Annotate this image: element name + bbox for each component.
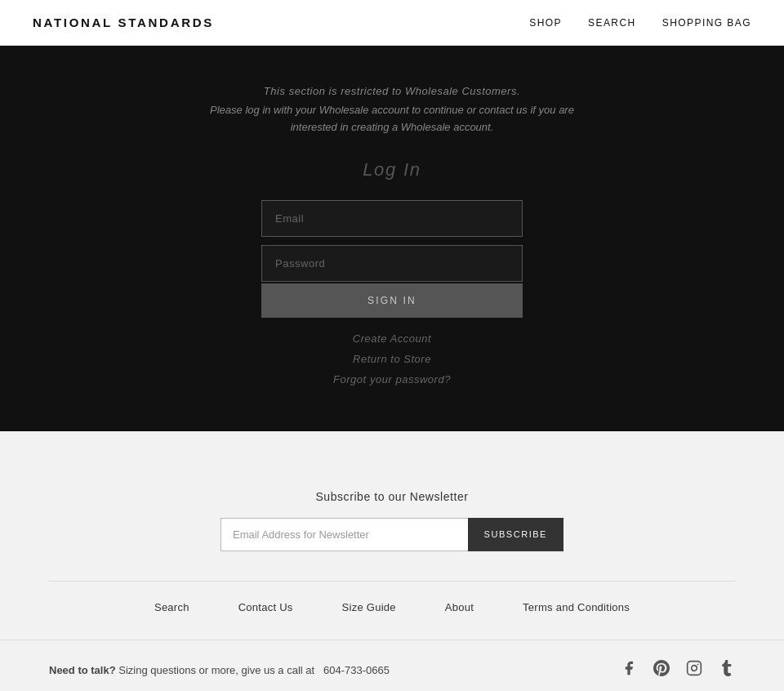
login-form <box>261 200 523 282</box>
newsletter-section: Subscribe to our Newsletter SUBSCRIBE <box>49 464 735 581</box>
form-links: Create Account Return to Store Forgot yo… <box>333 332 451 386</box>
instagram-icon[interactable] <box>686 660 702 680</box>
footer-about-link[interactable]: About <box>445 601 474 613</box>
svg-rect-0 <box>688 661 702 675</box>
nav-shopping-bag[interactable]: SHOPPING BAG <box>662 17 751 29</box>
sign-in-button[interactable]: SIGN IN <box>261 283 523 318</box>
create-account-link[interactable]: Create Account <box>353 332 431 345</box>
header: NATIONAL STANDARDS SHOP SEARCH SHOPPING … <box>0 0 784 46</box>
footer-bottom: Need to talk? Sizing questions or more, … <box>0 640 784 691</box>
footer-contact-link[interactable]: Contact Us <box>238 601 293 613</box>
sizing-text: Sizing questions or more, give us a call… <box>118 664 314 676</box>
footer-size-guide-link[interactable]: Size Guide <box>342 601 396 613</box>
newsletter-email-input[interactable] <box>220 518 468 551</box>
need-to-talk-label: Need to talk? <box>49 664 116 676</box>
subscribe-button[interactable]: SUBSCRIBE <box>468 518 564 551</box>
footer-terms-link[interactable]: Terms and Conditions <box>523 601 630 613</box>
facebook-icon[interactable] <box>621 660 637 680</box>
login-section: This section is restricted to Wholesale … <box>0 46 784 431</box>
nav-shop[interactable]: SHOP <box>529 17 562 29</box>
nav-search[interactable]: SEARCH <box>588 17 636 29</box>
wholesale-desc: Please log in with your Wholesale accoun… <box>196 102 588 136</box>
return-to-store-link[interactable]: Return to Store <box>353 353 431 365</box>
phone-number: 604-733-0665 <box>323 664 390 676</box>
footer-contact-text: Need to talk? Sizing questions or more, … <box>49 664 390 676</box>
forgot-password-link[interactable]: Forgot your password? <box>333 373 451 386</box>
site-logo[interactable]: NATIONAL STANDARDS <box>33 16 214 29</box>
password-field[interactable] <box>261 245 523 282</box>
login-title: Log In <box>363 159 421 181</box>
footer-light: Subscribe to our Newsletter SUBSCRIBE Se… <box>0 431 784 640</box>
pinterest-icon[interactable] <box>653 660 670 680</box>
email-field[interactable] <box>261 200 523 237</box>
header-nav: SHOP SEARCH SHOPPING BAG <box>529 17 751 29</box>
footer-search-link[interactable]: Search <box>154 601 189 613</box>
wholesale-notice: This section is restricted to Wholesale … <box>264 85 520 97</box>
newsletter-form: SUBSCRIBE <box>220 518 564 551</box>
footer-nav: Search Contact Us Size Guide About Terms… <box>49 581 735 640</box>
newsletter-title: Subscribe to our Newsletter <box>315 490 468 503</box>
social-icons <box>621 660 735 680</box>
tumblr-icon[interactable] <box>719 660 735 680</box>
